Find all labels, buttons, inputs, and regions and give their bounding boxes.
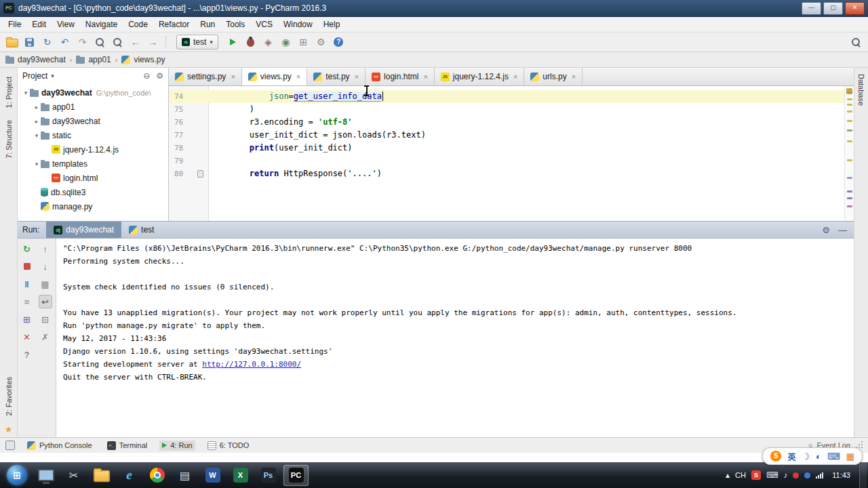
synchronize-icon[interactable]: ↻ bbox=[39, 35, 55, 49]
console-settings-icon[interactable]: ▦ bbox=[39, 277, 52, 291]
breadcrumb-item[interactable]: views.py bbox=[121, 55, 165, 64]
code-line[interactable]: 74 json=get_user_info_data bbox=[169, 90, 854, 103]
statusbar-terminal[interactable]: >_Terminal bbox=[104, 441, 151, 451]
ime-keyboard-icon[interactable]: ⌨ bbox=[766, 470, 778, 480]
close-tab-icon[interactable]: × bbox=[572, 73, 576, 81]
lang-mode-indicator[interactable]: 英 bbox=[787, 451, 795, 462]
tree-item[interactable]: ▾templates bbox=[18, 157, 168, 171]
hide-icon[interactable]: — bbox=[838, 225, 847, 235]
expanded-arrow-icon[interactable]: ▾ bbox=[22, 89, 30, 96]
pycharm-icon[interactable]: PC bbox=[283, 465, 309, 486]
undo-icon[interactable]: ↶ bbox=[57, 35, 73, 49]
menu-window[interactable]: Window bbox=[278, 17, 318, 32]
close-tab-icon[interactable]: × bbox=[231, 73, 235, 81]
snipping-tool-icon[interactable]: ✂ bbox=[61, 465, 86, 486]
tree-item[interactable]: ▾static bbox=[18, 128, 168, 142]
excel-icon[interactable]: X bbox=[228, 465, 253, 486]
code-line[interactable]: 76 r3.encoding = 'utf-8' bbox=[169, 116, 854, 129]
run-icon[interactable] bbox=[225, 35, 241, 49]
tree-item[interactable]: ▸app01 bbox=[18, 100, 168, 114]
ie-icon[interactable]: e bbox=[117, 465, 142, 486]
menu-help[interactable]: Help bbox=[318, 17, 346, 32]
editor-code[interactable]: 74 json=get_user_info_data75 )76 r3.enco… bbox=[169, 86, 854, 221]
sogou-tray-icon[interactable]: S bbox=[751, 470, 761, 480]
close-tab-icon[interactable]: × bbox=[513, 73, 517, 81]
breadcrumb-item[interactable]: day93wechat bbox=[5, 55, 66, 64]
security-tray-icon[interactable] bbox=[793, 472, 799, 479]
tree-item[interactable]: manage.py bbox=[18, 199, 168, 214]
run-tab-test[interactable]: test bbox=[121, 222, 161, 238]
editor-tab-urls-py[interactable]: urls.py× bbox=[524, 68, 583, 85]
forward-icon[interactable]: → bbox=[145, 35, 161, 49]
statusbar-python-console[interactable]: Python Console bbox=[24, 441, 95, 451]
close-icon[interactable]: ✕ bbox=[20, 330, 34, 344]
tool-window-tab-structure[interactable]: 7: Structure bbox=[5, 114, 13, 165]
menu-navigate[interactable]: Navigate bbox=[80, 17, 123, 32]
tree-item[interactable]: JSjquery-1.12.4.js bbox=[18, 142, 168, 157]
print-icon[interactable]: ⊡ bbox=[39, 312, 52, 326]
remote-desktop-icon[interactable] bbox=[33, 465, 58, 486]
code-line[interactable]: 77 user_init_dict = json.loads(r3.text) bbox=[169, 129, 854, 142]
photoshop-icon[interactable]: Ps bbox=[256, 465, 281, 486]
minimize-button[interactable]: — bbox=[802, 2, 821, 15]
menu-run[interactable]: Run bbox=[195, 17, 220, 32]
restore-layout-icon[interactable]: ⊞ bbox=[296, 35, 311, 49]
open-icon[interactable] bbox=[4, 35, 20, 49]
gear-icon[interactable]: ⚙ bbox=[156, 71, 163, 81]
fullwidth-icon[interactable]: ◐ bbox=[816, 451, 821, 462]
tool-window-tab-project[interactable]: 1: Project bbox=[5, 70, 13, 114]
tree-item[interactable]: db.sqlite3 bbox=[18, 185, 168, 199]
menu-file[interactable]: File bbox=[3, 17, 26, 32]
start-button[interactable]: ⊞ bbox=[7, 465, 27, 485]
explorer-icon[interactable] bbox=[89, 465, 114, 486]
search-everywhere-icon[interactable] bbox=[848, 35, 864, 49]
chrome-icon[interactable] bbox=[144, 465, 170, 486]
redo-icon[interactable]: ↷ bbox=[75, 35, 90, 49]
collapsed-arrow-icon[interactable]: ▸ bbox=[33, 118, 41, 125]
collapsed-arrow-icon[interactable]: ▸ bbox=[33, 104, 41, 110]
tree-item[interactable]: ▸day93wechat bbox=[18, 114, 168, 128]
tool-window-tab-database[interactable]: Database bbox=[857, 68, 865, 112]
expanded-arrow-icon[interactable]: ▾ bbox=[33, 161, 41, 167]
sogou-logo-icon[interactable]: S bbox=[770, 451, 781, 462]
tool-window-tab-favorites[interactable]: 2: Favorites bbox=[5, 371, 13, 422]
menu-view[interactable]: View bbox=[52, 17, 80, 32]
maximize-button[interactable]: ▢ bbox=[823, 2, 843, 15]
editor-tab-views-py[interactable]: views.py× bbox=[242, 68, 307, 85]
keyboard-icon[interactable]: ⌨ bbox=[827, 451, 840, 462]
run-config-selector[interactable]: djtest▾ bbox=[176, 35, 218, 49]
project-panel-title[interactable]: Project bbox=[22, 71, 47, 81]
chevron-down-icon[interactable]: ▾ bbox=[51, 73, 54, 79]
help-icon[interactable]: ? bbox=[20, 348, 34, 361]
run-tab-day93wechat[interactable]: djday93wechat bbox=[46, 222, 121, 238]
volume-icon[interactable]: ♪ bbox=[783, 470, 787, 480]
tool-window-toggle-icon[interactable] bbox=[5, 441, 15, 450]
collapse-all-icon[interactable]: ⊖ bbox=[143, 71, 150, 81]
server-url-link[interactable]: http://127.0.0.1:8000/ bbox=[202, 360, 301, 369]
tree-item[interactable]: ▾day93wechatG:\python_code\ bbox=[18, 85, 168, 100]
restore-layout-icon[interactable]: ⊞ bbox=[20, 312, 34, 326]
find-icon[interactable] bbox=[92, 35, 108, 49]
rerun-icon[interactable]: ↻ bbox=[20, 242, 34, 256]
profiler-icon[interactable]: ◉ bbox=[278, 35, 294, 49]
editor-tab-jquery-1-12-4-js[interactable]: JSjquery-1.12.4.js× bbox=[435, 68, 524, 85]
settings-icon[interactable]: ⚙ bbox=[822, 225, 830, 235]
menu-edit[interactable]: Edit bbox=[26, 17, 52, 32]
pause-icon[interactable]: ‖ bbox=[20, 277, 34, 291]
hidden-icons-button[interactable]: ▴ bbox=[726, 470, 730, 480]
soft-wrap-icon[interactable]: ↩ bbox=[39, 295, 52, 308]
close-tab-icon[interactable]: × bbox=[423, 73, 427, 81]
toolbox-icon[interactable]: ▦ bbox=[846, 451, 854, 462]
editor-tab-test-py[interactable]: test.py× bbox=[307, 68, 366, 85]
clear-all-icon[interactable]: ✗ bbox=[39, 330, 52, 344]
close-tab-icon[interactable]: × bbox=[296, 73, 300, 81]
tree-item[interactable]: <>login.html bbox=[18, 171, 168, 185]
code-line[interactable]: 78 print(user_init_dict) bbox=[169, 142, 854, 155]
back-icon[interactable]: ← bbox=[127, 35, 143, 49]
show-desktop-button[interactable] bbox=[859, 462, 867, 488]
save-all-icon[interactable] bbox=[22, 35, 37, 49]
app-tray-icon[interactable] bbox=[804, 472, 810, 479]
moon-icon[interactable]: ☽ bbox=[802, 451, 810, 462]
replace-icon[interactable] bbox=[110, 35, 125, 49]
stop-icon[interactable] bbox=[20, 260, 34, 273]
